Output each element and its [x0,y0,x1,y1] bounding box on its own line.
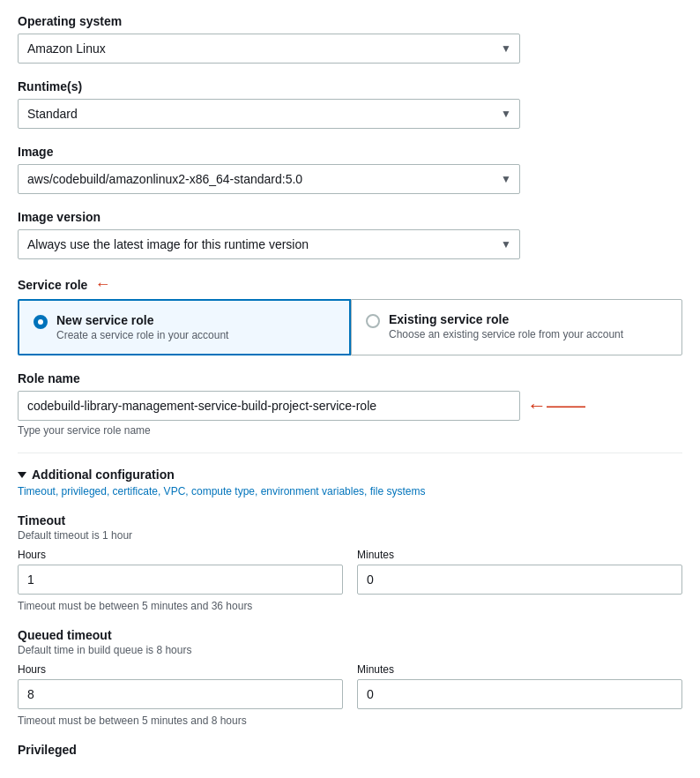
timeout-minutes-label: Minutes [357,549,682,561]
image-select[interactable]: aws/codebuild/amazonlinux2-x86_64-standa… [18,164,520,194]
additional-config-links: Timeout, privileged, certificate, VPC, c… [18,485,682,497]
queued-timeout-hours-col: Hours [18,663,343,709]
role-name-row: ←—— [18,391,682,421]
privileged-label: Privileged [18,743,682,757]
divider [18,453,682,453]
new-role-description: Create a service role in your account [56,329,228,341]
role-name-helper: Type your service role name [18,424,682,437]
existing-service-role-option[interactable]: Existing service role Choose an existing… [351,299,682,355]
existing-role-description: Choose an existing service role from you… [389,328,623,340]
new-role-text: New service role Create a service role i… [56,313,228,341]
queued-timeout-minutes-input[interactable] [357,679,682,709]
role-name-label: Role name [18,371,682,385]
additional-config-header[interactable]: Additional configuration [18,468,682,482]
operating-system-section: Operating system Amazon Linux ▼ [18,14,682,64]
additional-config-title: Additional configuration [32,468,175,482]
timeout-hours-col: Hours [18,549,343,595]
additional-config-section: Additional configuration Timeout, privil… [18,468,682,497]
timeout-section: Timeout Default timeout is 1 hour Hours … [18,513,682,612]
operating-system-select[interactable]: Amazon Linux [18,34,520,64]
timeout-hours-minutes-row: Hours Minutes [18,549,682,595]
image-version-select[interactable]: Always use the latest image for this run… [18,229,520,259]
timeout-hint: Timeout must be between 5 minutes and 36… [18,600,682,612]
image-section: Image aws/codebuild/amazonlinux2-x86_64-… [18,145,682,194]
image-version-section: Image version Always use the latest imag… [18,210,682,259]
image-wrapper: aws/codebuild/amazonlinux2-x86_64-standa… [18,164,520,194]
new-role-radio[interactable] [34,315,48,329]
queued-timeout-section: Queued timeout Default time in build que… [18,628,682,727]
timeout-label: Timeout [18,513,682,527]
timeout-default-text: Default timeout is 1 hour [18,529,682,542]
existing-role-title: Existing service role [389,312,623,326]
privileged-section: Privileged [18,743,682,757]
image-version-wrapper: Always use the latest image for this run… [18,229,520,259]
role-name-arrow-icon: ←—— [527,394,585,417]
runtimes-section: Runtime(s) Standard ▼ [18,79,682,129]
timeout-minutes-col: Minutes [357,549,682,595]
runtimes-label: Runtime(s) [18,79,682,94]
service-role-arrow-icon: ← [94,275,110,294]
queued-timeout-hint: Timeout must be between 5 minutes and 8 … [18,714,682,727]
queued-timeout-hours-input[interactable] [18,679,343,709]
timeout-hours-input[interactable] [18,565,343,595]
new-role-title: New service role [56,313,228,327]
service-role-label: Service role ← [18,275,682,294]
operating-system-wrapper: Amazon Linux ▼ [18,34,520,64]
role-options-group: New service role Create a service role i… [18,299,682,355]
image-version-label: Image version [18,210,682,224]
existing-role-radio[interactable] [366,314,380,328]
runtimes-select[interactable]: Standard [18,99,520,129]
new-service-role-option[interactable]: New service role Create a service role i… [18,299,351,355]
service-role-section: Service role ← New service role Create a… [18,275,682,355]
queued-timeout-hours-minutes-row: Hours Minutes [18,663,682,709]
queued-timeout-minutes-label: Minutes [357,663,682,676]
queued-timeout-minutes-col: Minutes [357,663,682,709]
queued-timeout-label: Queued timeout [18,628,682,642]
image-label: Image [18,145,682,159]
role-name-input[interactable] [18,391,520,421]
runtimes-wrapper: Standard ▼ [18,99,520,129]
queued-timeout-hours-label: Hours [18,663,343,676]
queued-timeout-default-text: Default time in build queue is 8 hours [18,644,682,656]
operating-system-label: Operating system [18,14,682,28]
timeout-minutes-input[interactable] [357,565,682,595]
collapse-icon [18,472,26,478]
role-name-section: Role name ←—— Type your service role nam… [18,371,682,437]
role-name-input-container [18,391,520,421]
timeout-hours-label: Hours [18,549,343,561]
existing-role-text: Existing service role Choose an existing… [389,312,623,340]
